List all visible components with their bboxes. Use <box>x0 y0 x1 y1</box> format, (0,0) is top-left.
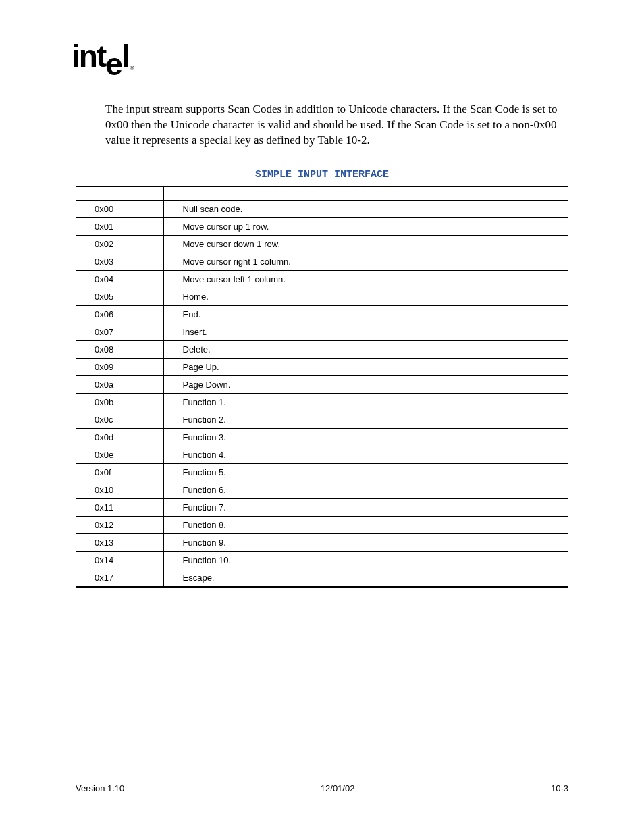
table-row: 0x0dFunction 3. <box>76 428 568 446</box>
description-cell: Function 5. <box>163 463 568 481</box>
footer-date: 12/01/02 <box>321 783 355 793</box>
scan-code-cell: 0x17 <box>76 569 163 587</box>
description-cell: End. <box>163 305 568 323</box>
table-row: 0x10Function 6. <box>76 481 568 498</box>
page: intel® The input stream supports Scan Co… <box>0 0 644 834</box>
table-row: 0x17Escape. <box>76 569 568 587</box>
description-cell: Function 1. <box>163 393 568 411</box>
table-header-cell <box>163 186 568 200</box>
description-cell: Null scan code. <box>163 200 568 217</box>
scan-code-cell: 0x07 <box>76 323 163 340</box>
scan-code-cell: 0x14 <box>76 551 163 569</box>
table-row: 0x14Function 10. <box>76 551 568 569</box>
scan-code-cell: 0x10 <box>76 481 163 498</box>
page-footer: Version 1.10 12/01/02 10-3 <box>76 783 568 793</box>
description-cell: Page Down. <box>163 375 568 393</box>
intel-logo: intel® <box>72 41 568 75</box>
scan-code-cell: 0x13 <box>76 533 163 551</box>
description-cell: Move cursor right 1 column. <box>163 253 568 270</box>
table-row: 0x05Home. <box>76 288 568 305</box>
scan-code-table: 0x00Null scan code.0x01Move cursor up 1 … <box>76 186 568 588</box>
table-row: 0x01Move cursor up 1 row. <box>76 217 568 235</box>
description-cell: Function 9. <box>163 533 568 551</box>
scan-code-cell: 0x0d <box>76 428 163 446</box>
scan-code-cell: 0x0a <box>76 375 163 393</box>
scan-code-cell: 0x09 <box>76 358 163 375</box>
description-cell: Function 3. <box>163 428 568 446</box>
description-cell: Function 2. <box>163 411 568 428</box>
table-row: 0x0bFunction 1. <box>76 393 568 411</box>
table-row: 0x09Page Up. <box>76 358 568 375</box>
table-header-row <box>76 186 568 200</box>
scan-code-cell: 0x0c <box>76 411 163 428</box>
table-row: 0x0fFunction 5. <box>76 463 568 481</box>
description-cell: Function 7. <box>163 498 568 516</box>
scan-code-cell: 0x0e <box>76 446 163 463</box>
scan-code-cell: 0x11 <box>76 498 163 516</box>
description-cell: Move cursor down 1 row. <box>163 235 568 253</box>
table-row: 0x0aPage Down. <box>76 375 568 393</box>
description-cell: Escape. <box>163 569 568 587</box>
table-header-cell <box>76 186 163 200</box>
table-row: 0x06End. <box>76 305 568 323</box>
description-cell: Delete. <box>163 340 568 358</box>
table-row: 0x04Move cursor left 1 column. <box>76 270 568 288</box>
table-row: 0x00Null scan code. <box>76 200 568 217</box>
description-cell: Home. <box>163 288 568 305</box>
scan-code-cell: 0x01 <box>76 217 163 235</box>
description-cell: Move cursor left 1 column. <box>163 270 568 288</box>
scan-code-cell: 0x04 <box>76 270 163 288</box>
table-row: 0x0cFunction 2. <box>76 411 568 428</box>
scan-code-cell: 0x12 <box>76 516 163 533</box>
intro-paragraph: The input stream supports Scan Codes in … <box>105 102 568 149</box>
table-caption: SIMPLE_INPUT_INTERFACE <box>76 169 568 180</box>
scan-code-cell: 0x06 <box>76 305 163 323</box>
footer-version: Version 1.10 <box>76 783 124 793</box>
scan-code-cell: 0x02 <box>76 235 163 253</box>
scan-code-cell: 0x00 <box>76 200 163 217</box>
scan-code-cell: 0x0b <box>76 393 163 411</box>
description-cell: Function 10. <box>163 551 568 569</box>
table-row: 0x11Function 7. <box>76 498 568 516</box>
scan-code-cell: 0x08 <box>76 340 163 358</box>
table-row: 0x12Function 8. <box>76 516 568 533</box>
table-row: 0x0eFunction 4. <box>76 446 568 463</box>
description-cell: Insert. <box>163 323 568 340</box>
description-cell: Function 6. <box>163 481 568 498</box>
description-cell: Page Up. <box>163 358 568 375</box>
description-cell: Function 4. <box>163 446 568 463</box>
table-row: 0x08Delete. <box>76 340 568 358</box>
scan-code-cell: 0x05 <box>76 288 163 305</box>
table-row: 0x03Move cursor right 1 column. <box>76 253 568 270</box>
scan-code-cell: 0x03 <box>76 253 163 270</box>
table-row: 0x07Insert. <box>76 323 568 340</box>
scan-code-cell: 0x0f <box>76 463 163 481</box>
table-row: 0x13Function 9. <box>76 533 568 551</box>
table-row: 0x02Move cursor down 1 row. <box>76 235 568 253</box>
description-cell: Function 8. <box>163 516 568 533</box>
description-cell: Move cursor up 1 row. <box>163 217 568 235</box>
footer-page-number: 10-3 <box>551 783 568 793</box>
